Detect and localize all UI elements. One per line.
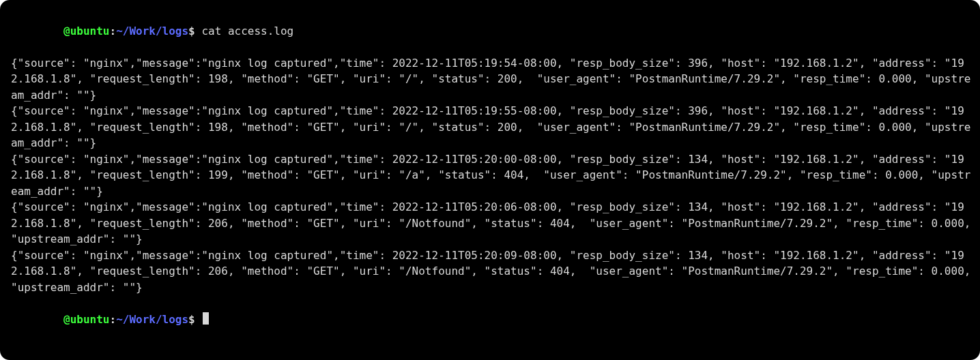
prompt-at: @ — [63, 25, 70, 38]
prompt-host: ubuntu — [70, 25, 110, 38]
prompt-dollar: $ — [188, 313, 195, 326]
log-line: {"source": "nginx","message":"nginx log … — [11, 103, 972, 151]
prompt-line-2[interactable]: user@ubuntu:~/Work/logs$ — [11, 295, 972, 344]
log-line: {"source": "nginx","message":"nginx log … — [11, 247, 972, 296]
command-text: cat access.log — [201, 25, 293, 38]
log-line: {"source": "nginx","message":"nginx log … — [11, 55, 972, 104]
prompt-path: ~/Work/logs — [116, 25, 188, 38]
prompt-at: @ — [63, 313, 70, 326]
log-line: {"source": "nginx","message":"nginx log … — [11, 151, 972, 200]
prompt-dollar: $ — [188, 25, 195, 38]
prompt-line-1: user@ubuntu:~/Work/logs$ cat access.log — [11, 7, 972, 55]
cursor-icon — [203, 312, 209, 325]
prompt-hidden-user: user — [38, 313, 64, 326]
prompt-hidden-user: user — [38, 25, 64, 38]
prompt-colon: : — [110, 313, 117, 326]
terminal-window[interactable]: user@ubuntu:~/Work/logs$ cat access.log … — [0, 0, 980, 360]
log-line: {"source": "nginx","message":"nginx log … — [11, 199, 972, 247]
prompt-colon: : — [110, 25, 117, 38]
prompt-path: ~/Work/logs — [116, 313, 188, 326]
prompt-host: ubuntu — [70, 313, 110, 326]
